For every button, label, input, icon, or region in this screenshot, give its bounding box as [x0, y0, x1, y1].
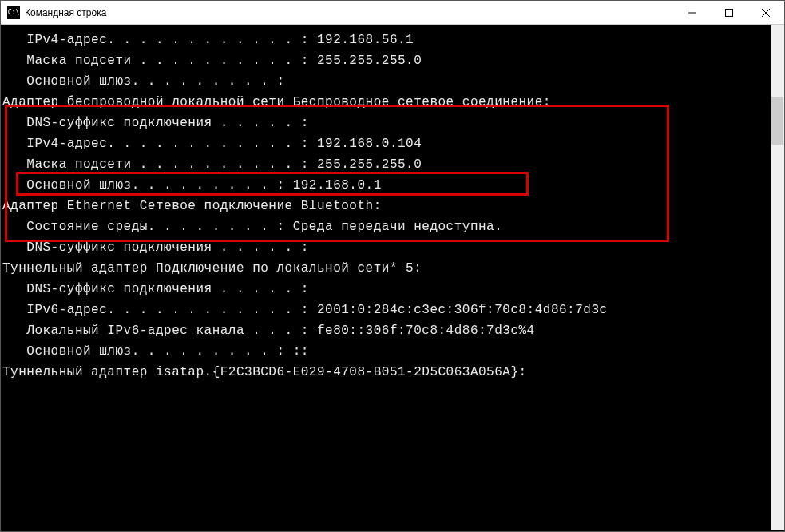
terminal-output: IPv4-адрес. . . . . . . . . . . . : 192.…: [1, 25, 784, 387]
terminal-area[interactable]: IPv4-адрес. . . . . . . . . . . . : 192.…: [1, 25, 784, 531]
terminal-line: Маска подсети . . . . . . . . . . : 255.…: [2, 154, 783, 175]
app-icon: C:\: [7, 6, 20, 19]
terminal-line: Основной шлюз. . . . . . . . . : 192.168…: [2, 175, 783, 196]
terminal-line: Адаптер беспроводной локальной сети Бесп…: [2, 92, 783, 113]
terminal-line: Адаптер Ethernet Сетевое подключение Blu…: [2, 196, 783, 216]
command-prompt-window: C:\ Командная строка IPv4-адрес. . . . .…: [0, 0, 785, 532]
terminal-line: IPv4-адрес. . . . . . . . . . . . : 192.…: [2, 30, 783, 50]
minimize-icon: [688, 9, 696, 17]
vertical-scrollbar[interactable]: [771, 25, 784, 530]
window-title: Командная строка: [25, 7, 106, 18]
terminal-line: Туннельный адаптер Подключение по локаль…: [2, 258, 783, 279]
terminal-line: IPv4-адрес. . . . . . . . . . . . : 192.…: [2, 133, 783, 154]
terminal-line: Маска подсети . . . . . . . . . . : 255.…: [2, 50, 783, 71]
terminal-line: Туннельный адаптер isatap.{F2C3BCD6-E029…: [2, 362, 783, 383]
close-icon: [762, 9, 770, 17]
titlebar[interactable]: C:\ Командная строка: [1, 1, 784, 25]
svg-rect-1: [726, 9, 733, 16]
terminal-line: DNS-суффикс подключения . . . . . :: [2, 113, 783, 133]
terminal-line: Основной шлюз. . . . . . . . . :: [2, 71, 783, 92]
terminal-line: IPv6-адрес. . . . . . . . . . . . : 2001…: [2, 300, 783, 320]
terminal-line: DNS-суффикс подключения . . . . . :: [2, 279, 783, 300]
terminal-line: Состояние среды. . . . . . . . : Среда п…: [2, 216, 783, 237]
minimize-button[interactable]: [674, 1, 711, 24]
terminal-line: Основной шлюз. . . . . . . . . : ::: [2, 341, 783, 362]
terminal-line: Локальный IPv6-адрес канала . . . : fe80…: [2, 320, 783, 341]
maximize-icon: [725, 9, 733, 17]
close-button[interactable]: [747, 1, 784, 24]
window-controls: [674, 1, 784, 24]
maximize-button[interactable]: [711, 1, 747, 24]
scrollbar-thumb[interactable]: [771, 97, 783, 145]
terminal-line: DNS-суффикс подключения . . . . . :: [2, 237, 783, 258]
